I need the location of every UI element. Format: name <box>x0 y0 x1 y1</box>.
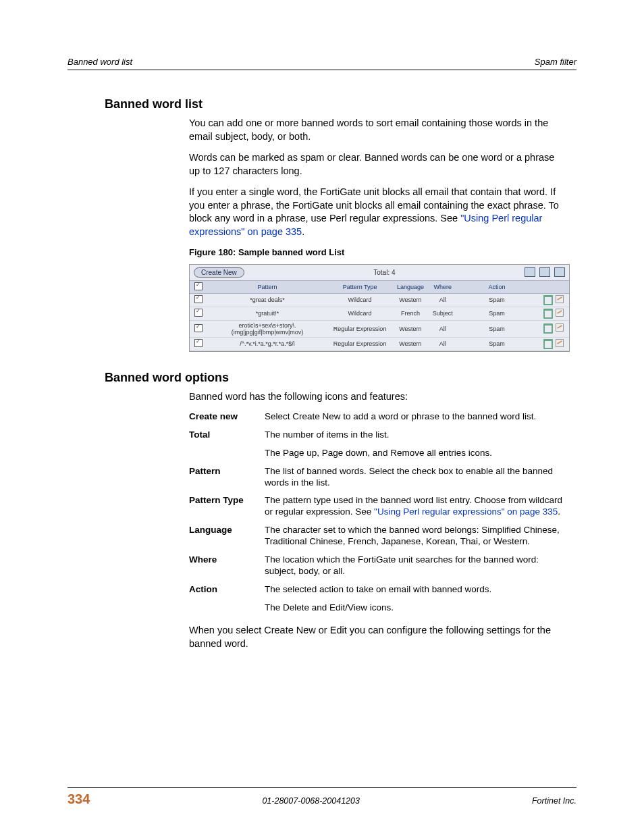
cell-where: All <box>429 337 457 350</box>
cell-language: Western <box>392 337 428 350</box>
paragraph: Banned word has the following icons and … <box>189 390 567 404</box>
cell-pattern-type: Regular Expression <box>327 320 392 337</box>
section-heading-banned-word-options: Banned word options <box>105 371 576 385</box>
cell-action: Spam <box>457 307 537 320</box>
total-count: Total: 4 <box>244 269 525 276</box>
cell-action: Spam <box>457 320 537 337</box>
header-right: Spam filter <box>535 57 576 67</box>
cell-pattern: *gratuit!* <box>207 307 327 320</box>
page-up-icon[interactable] <box>525 267 535 277</box>
cell-action: Spam <box>457 337 537 350</box>
edit-icon[interactable] <box>556 309 564 317</box>
toolbar-icons <box>525 267 565 277</box>
header-left: Banned word list <box>68 57 132 67</box>
select-all-checkbox[interactable] <box>194 282 203 290</box>
option-description: The location which the FortiGate unit se… <box>265 554 567 577</box>
option-label: Language <box>189 525 265 548</box>
delete-icon[interactable] <box>543 295 553 305</box>
page-down-icon[interactable] <box>539 267 550 277</box>
cell-language: Western <box>392 293 428 307</box>
cell-pattern: /^.*v.*i.*a.*g.*r.*a.*$/i <box>207 337 327 350</box>
company-name: Fortinet Inc. <box>532 796 576 806</box>
option-description: The pattern type used in the banned word… <box>265 495 567 518</box>
cell-pattern-type: Regular Expression <box>327 337 392 350</box>
option-description: The list of banned words. Select the che… <box>265 466 567 489</box>
delete-icon[interactable] <box>543 323 553 334</box>
cell-where: Subject <box>429 307 457 320</box>
cell-pattern-type: Wildcard <box>327 293 392 307</box>
option-label: Create new <box>189 411 265 423</box>
paragraph: Words can be marked as spam or clear. Ba… <box>189 151 567 178</box>
option-description: The character set to which the banned wo… <box>265 525 567 548</box>
paragraph: If you enter a single word, the FortiGat… <box>189 186 567 238</box>
banned-word-table: Pattern Pattern Type Language Where Acti… <box>190 280 569 351</box>
option-row: Create newSelect Create New to add a wor… <box>189 411 567 423</box>
cell-language: French <box>392 307 428 320</box>
col-language: Language <box>392 280 428 293</box>
row-checkbox[interactable] <box>194 295 203 303</box>
cross-reference-link[interactable]: "Using Perl regular expressions" on page… <box>374 506 558 517</box>
option-row: TotalThe number of items in the list. <box>189 429 567 441</box>
text-run: . <box>302 226 304 237</box>
cell-pattern: *great deals* <box>207 293 327 307</box>
running-header: Banned word list Spam filter <box>68 57 576 70</box>
option-label: Total <box>189 429 265 441</box>
option-row: LanguageThe character set to which the b… <box>189 525 567 548</box>
option-row: The Page up, Page down, and Remove all e… <box>189 448 567 459</box>
option-description: Select Create New to add a word or phras… <box>265 411 536 423</box>
option-description: The Delete and Edit/View icons. <box>265 602 394 614</box>
option-label <box>189 602 265 614</box>
paragraph: You can add one or more banned words to … <box>189 117 567 143</box>
option-label: Pattern <box>189 466 265 489</box>
row-checkbox[interactable] <box>194 339 203 347</box>
options-table: Create newSelect Create New to add a wor… <box>189 411 567 613</box>
col-where: Where <box>429 280 457 293</box>
table-row: *gratuit!*WildcardFrenchSubjectSpam <box>190 307 569 320</box>
option-row: WhereThe location which the FortiGate un… <box>189 554 567 577</box>
option-label <box>189 448 265 459</box>
cell-pattern: erotic\s+sex\s+story\.(img|jpg|gif|bmp|w… <box>207 320 327 337</box>
cell-pattern-type: Wildcard <box>327 307 392 320</box>
edit-icon[interactable] <box>556 295 564 303</box>
section-heading-banned-word-list: Banned word list <box>105 97 576 111</box>
col-pattern: Pattern <box>207 280 327 293</box>
cell-language: Western <box>392 320 428 337</box>
option-row: The Delete and Edit/View icons. <box>189 602 567 614</box>
delete-icon[interactable] <box>543 339 553 349</box>
option-label: Where <box>189 554 265 577</box>
option-label: Action <box>189 584 265 596</box>
table-header-row: Pattern Pattern Type Language Where Acti… <box>190 280 569 293</box>
table-row: *great deals*WildcardWesternAllSpam <box>190 293 569 307</box>
create-new-button[interactable]: Create New <box>194 267 244 278</box>
document-id: 01-28007-0068-20041203 <box>262 796 360 806</box>
page-number: 334 <box>68 791 90 807</box>
option-description: The Page up, Page down, and Remove all e… <box>265 448 492 459</box>
option-description: The number of items in the list. <box>265 429 390 441</box>
paragraph: When you select Create New or Edit you c… <box>189 624 567 650</box>
cell-where: All <box>429 320 457 337</box>
screenshot-banned-word-list: Create New Total: 4 Pattern Pattern Type… <box>189 264 570 352</box>
cell-action: Spam <box>457 293 537 307</box>
row-checkbox[interactable] <box>194 324 203 332</box>
page-footer: 334 01-28007-0068-20041203 Fortinet Inc. <box>68 787 576 807</box>
edit-icon[interactable] <box>556 339 564 347</box>
table-row: /^.*v.*i.*a.*g.*r.*a.*$/iRegular Express… <box>190 337 569 350</box>
remove-all-icon[interactable] <box>554 267 565 277</box>
option-row: PatternThe list of banned words. Select … <box>189 466 567 489</box>
option-label: Pattern Type <box>189 495 265 518</box>
figure-caption: Figure 180: Sample banned word List <box>189 247 567 257</box>
col-pattern-type: Pattern Type <box>327 280 392 293</box>
col-action: Action <box>457 280 537 293</box>
row-checkbox[interactable] <box>194 309 203 317</box>
option-description: The selected action to take on email wit… <box>265 584 491 596</box>
edit-icon[interactable] <box>556 323 564 332</box>
cell-where: All <box>429 293 457 307</box>
option-row: ActionThe selected action to take on ema… <box>189 584 567 596</box>
delete-icon[interactable] <box>543 309 553 319</box>
option-row: Pattern TypeThe pattern type used in the… <box>189 495 567 518</box>
table-row: erotic\s+sex\s+story\.(img|jpg|gif|bmp|w… <box>190 320 569 337</box>
